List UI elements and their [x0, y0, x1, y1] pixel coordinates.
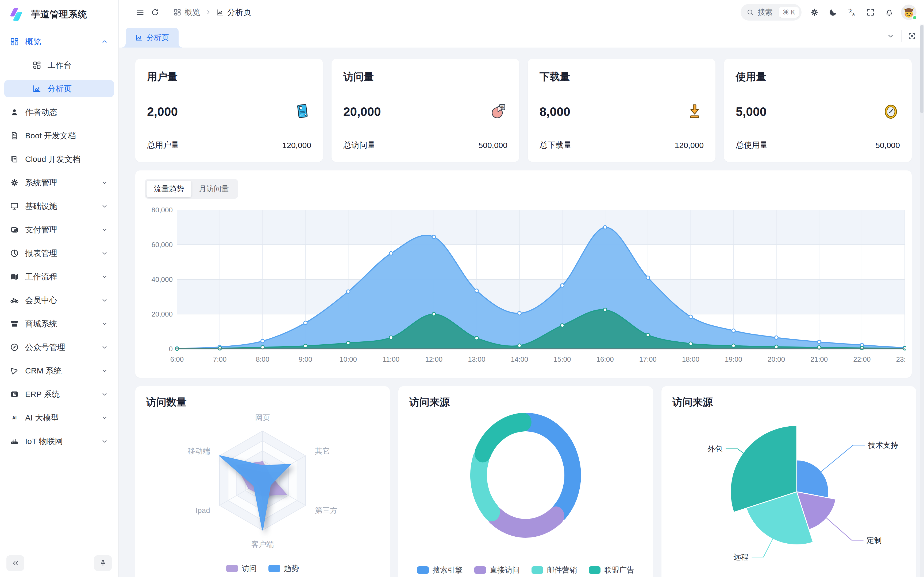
svg-text:A: A [852, 12, 855, 16]
sidebar-item-workflow[interactable]: 工作流程 [4, 268, 114, 285]
svg-text:9:00: 9:00 [299, 355, 312, 363]
sidebar-item-report[interactable]: 报表管理 [4, 245, 114, 262]
svg-text:20,000: 20,000 [151, 310, 173, 318]
svg-text:8:00: 8:00 [256, 355, 270, 363]
svg-text:13:00: 13:00 [468, 355, 485, 363]
svg-text:网页: 网页 [255, 414, 270, 422]
sidebar-pin-button[interactable] [94, 555, 112, 571]
chevron-down-icon [100, 367, 108, 374]
sidebar-item-label: 概览 [25, 36, 100, 47]
stat-title: 访问量 [343, 70, 507, 84]
content: 用户量2,000总用户量120,000访问量20,000%总访问量500,000… [119, 48, 924, 577]
erp-icon [10, 390, 19, 399]
legend-item[interactable]: 直接访问 [474, 565, 520, 575]
sidebar-item-official-account[interactable]: 公众号管理 [4, 339, 114, 356]
svg-text:10:00: 10:00 [339, 355, 357, 363]
donut-legend: 搜索引擎直接访问邮件营销联盟广告 [409, 565, 642, 575]
svg-text:技术支持: 技术支持 [868, 441, 898, 449]
sidebar-item-label: 会员中心 [25, 295, 100, 306]
sidebar-item-workbench[interactable]: 工作台 [4, 56, 114, 74]
grid-icon [10, 37, 19, 47]
stat-total-value: 500,000 [478, 141, 507, 150]
legend-item[interactable]: 趋势 [268, 563, 299, 574]
svg-text:17:00: 17:00 [639, 355, 657, 363]
search-shortcut: ⌘ K [779, 7, 799, 18]
svg-text:40,000: 40,000 [151, 276, 173, 284]
legend-chip [226, 565, 238, 572]
legend-label: 直接访问 [490, 565, 520, 575]
sidebar-item-iot[interactable]: IoT 物联网 [4, 433, 114, 450]
legend-item[interactable]: 联盟广告 [589, 565, 634, 575]
sidebar-footer [0, 549, 118, 577]
dark-mode-button[interactable] [825, 5, 841, 20]
svg-text:11:00: 11:00 [383, 355, 399, 363]
card-title: 访问数量 [146, 395, 379, 409]
stat-title: 下载量 [540, 70, 704, 84]
svg-text:23:00: 23:00 [896, 355, 906, 363]
traffic-tab-流量趋势[interactable]: 流量趋势 [147, 181, 191, 197]
sidebar-collapse-button[interactable] [6, 555, 24, 571]
legend-item[interactable]: 搜索引擎 [417, 565, 462, 575]
sidebar-item-label: 公众号管理 [25, 342, 100, 353]
stat-total-value: 120,000 [675, 141, 704, 150]
sidebar-item-crm[interactable]: CRM 系统 [4, 362, 114, 379]
svg-text:20:00: 20:00 [767, 355, 785, 363]
visit-count-card: 访问数量 网页其它第三方客户端Ipad移动端 访问趋势 [135, 386, 390, 577]
content-maximize-button[interactable] [904, 29, 920, 44]
sidebar-item-author-news[interactable]: 作者动态 [4, 104, 114, 121]
sidebar-item-label: ERP 系统 [25, 389, 100, 400]
tab-analysis[interactable]: 分析页 [126, 28, 179, 48]
header-actions: 文A [807, 5, 897, 20]
sidebar-item-infrastructure[interactable]: 基础设施 [4, 198, 114, 215]
chevron-down-icon [100, 250, 108, 257]
sidebar-item-erp[interactable]: ERP 系统 [4, 386, 114, 403]
notifications-button[interactable] [882, 5, 897, 20]
tab-bar: 分析页 [119, 24, 924, 48]
sidebar-item-cloud-doc[interactable]: Cloud 开发文档 [4, 151, 114, 168]
sidebar-item-mall[interactable]: 商城系统 [4, 315, 114, 332]
search-input[interactable]: 搜索 ⌘ K [741, 4, 801, 21]
tab-label: 分析页 [147, 32, 169, 43]
legend-item[interactable]: 访问 [226, 563, 257, 574]
clock-stat-icon [882, 103, 900, 121]
sidebar-item-analysis[interactable]: 分析页 [4, 80, 114, 97]
sidebar-item-payment[interactable]: 支付管理 [4, 221, 114, 238]
fullscreen-button[interactable] [863, 5, 878, 20]
logo[interactable]: 芋道管理系统 [0, 0, 118, 29]
sidebar-item-label: CRM 系统 [25, 366, 100, 376]
legend-label: 联盟广告 [604, 565, 634, 575]
sidebar-item-boot-doc[interactable]: Boot 开发文档 [4, 127, 114, 144]
breadcrumb-item[interactable]: 概览 [173, 7, 200, 18]
chevron-down-icon [100, 226, 108, 234]
sidebar-item-overview[interactable]: 概览 [4, 33, 114, 50]
language-button[interactable]: 文A [844, 5, 859, 20]
svg-text:0: 0 [169, 345, 173, 353]
card-title: 访问来源 [672, 395, 905, 409]
chevron-down-icon [100, 438, 108, 445]
menu-toggle-button[interactable] [132, 5, 148, 20]
legend-item[interactable]: 邮件营销 [531, 565, 577, 575]
page-scrollbar[interactable] [920, 24, 924, 577]
traffic-chart-tabs: 流量趋势月访问量 [145, 179, 238, 199]
chevron-right-icon [205, 9, 212, 16]
sidebar-item-system[interactable]: 系统管理 [4, 174, 114, 191]
svg-text:15:00: 15:00 [554, 355, 571, 363]
sidebar-item-member[interactable]: 会员中心 [4, 292, 114, 309]
stat-total-label: 总使用量 [736, 140, 768, 151]
tab-menu-chevron-button[interactable] [883, 29, 898, 44]
tabbar-controls [883, 24, 920, 48]
breadcrumb-item[interactable]: 分析页 [216, 7, 251, 18]
chevron-down-icon [100, 414, 108, 422]
sidebar-item-label: 系统管理 [25, 177, 100, 188]
sidebar-item-label: 分析页 [48, 83, 108, 94]
chevron-down-icon [100, 273, 108, 280]
stat-card: 下载量8,000总下载量120,000 [528, 59, 716, 162]
card-stat-icon [293, 103, 311, 121]
settings-button[interactable] [807, 5, 822, 20]
traffic-tab-月访问量[interactable]: 月访问量 [191, 181, 236, 197]
traffic-chart-card: 流量趋势月访问量 020,00040,00060,00080,0006:007:… [135, 171, 912, 378]
refresh-button[interactable] [148, 5, 163, 20]
stat-card: 使用量5,000总使用量50,000 [724, 59, 912, 162]
sidebar-item-ai[interactable]: AIAI 大模型 [4, 409, 114, 426]
avatar[interactable] [901, 5, 916, 20]
